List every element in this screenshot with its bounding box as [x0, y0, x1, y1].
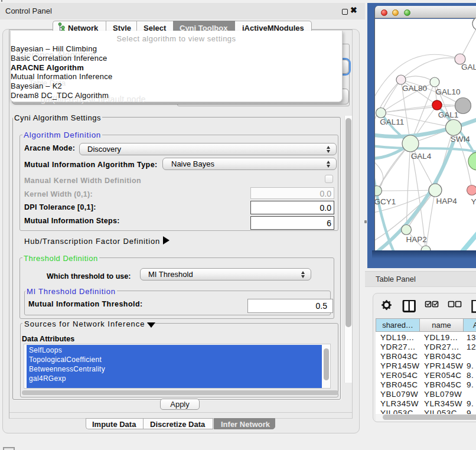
svg-text:GAL10: GAL10	[436, 87, 461, 96]
svg-text:SWI4: SWI4	[451, 135, 470, 144]
svg-text:GAL1: GAL1	[438, 110, 459, 119]
svg-text:HAP4: HAP4	[436, 197, 457, 206]
svg-text:GAL7: GAL7	[461, 63, 476, 71]
svg-text:HAP2: HAP2	[406, 235, 427, 244]
svg-text:GAL11: GAL11	[380, 118, 404, 126]
svg-text:GCY1: GCY1	[375, 197, 396, 206]
svg-text:GAL80: GAL80	[402, 84, 427, 93]
svg-text:YD: YD	[471, 197, 476, 206]
svg-text:GAL4: GAL4	[411, 152, 432, 161]
